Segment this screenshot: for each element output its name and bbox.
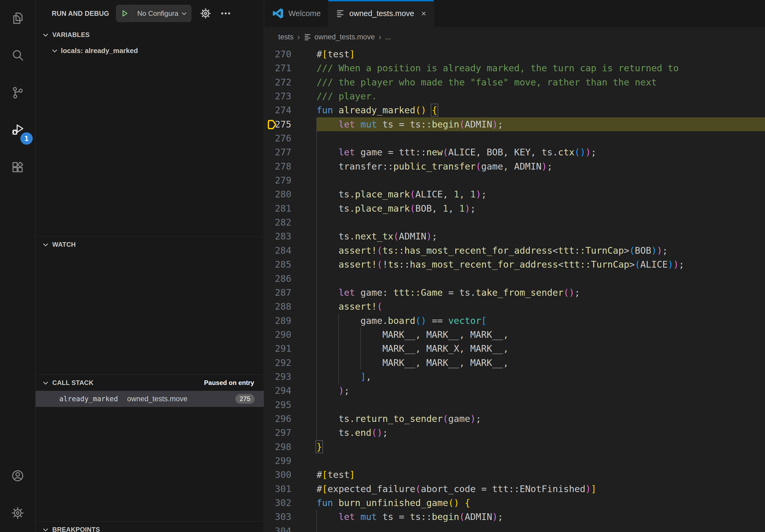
code-line-287[interactable]: 287 let game: ttt::Game = ts.take_from_s… (264, 286, 765, 300)
code-line-277[interactable]: 277 let game = ttt::new(ALICE, BOB, KEY,… (264, 145, 765, 159)
code-line-302[interactable]: 302fun burn_unfinished_game() { (264, 496, 765, 510)
line-number[interactable]: 272 (264, 75, 317, 89)
breadcrumb-item-tests[interactable]: tests (278, 33, 294, 41)
line-number[interactable]: 271 (264, 61, 317, 75)
code-line-304[interactable]: 304 (264, 524, 765, 532)
activity-settings-button[interactable] (0, 495, 35, 532)
line-number[interactable]: 298 (264, 440, 317, 454)
line-number[interactable]: 270 (264, 47, 317, 61)
line-number[interactable]: 302 (264, 496, 317, 510)
code-line-291[interactable]: 291 MARK__, MARK_X, MARK__, (264, 342, 765, 356)
line-number[interactable]: 275 (264, 117, 317, 131)
section-label: CALL STACK (52, 379, 94, 387)
activity-extensions-button[interactable] (0, 149, 35, 186)
code-line-298[interactable]: 298} (264, 440, 765, 454)
breakpoints-section-header[interactable]: BREAKPOINTS (36, 522, 264, 532)
line-number[interactable]: 294 (264, 384, 317, 398)
code-editor[interactable]: 270#[test]271/// When a position is alre… (264, 47, 765, 532)
line-number[interactable]: 295 (264, 398, 317, 412)
call-stack-frame[interactable]: already_marked owned_tests.move 275 (36, 391, 264, 407)
code-line-284[interactable]: 284 assert!(ts::has_most_recent_for_addr… (264, 243, 765, 257)
close-icon[interactable]: × (421, 9, 426, 18)
activity-search-button[interactable] (0, 37, 35, 75)
line-number[interactable]: 296 (264, 412, 317, 426)
line-number[interactable]: 299 (264, 454, 317, 468)
debug-sidebar: RUN AND DEBUG No Configura (36, 0, 264, 532)
activity-run-debug-button[interactable]: 1 (0, 112, 35, 149)
start-debug-icon[interactable] (116, 5, 133, 22)
code-line-271[interactable]: 271/// When a position is already marked… (264, 61, 765, 75)
code-line-286[interactable]: 286 (264, 272, 765, 286)
code-line-288[interactable]: 288 assert!( (264, 300, 765, 313)
code-line-293[interactable]: 293 ], (264, 370, 765, 384)
line-number[interactable]: 290 (264, 328, 317, 342)
line-number[interactable]: 301 (264, 482, 317, 496)
line-number[interactable]: 297 (264, 426, 317, 439)
code-line-297[interactable]: 297 ts.end(); (264, 426, 765, 439)
line-number[interactable]: 304 (264, 524, 317, 532)
line-number[interactable]: 288 (264, 300, 317, 313)
code-line-281[interactable]: 281 ts.place_mark(BOB, 1, 1); (264, 201, 765, 215)
code-line-280[interactable]: 280 ts.place_mark(ALICE, 1, 1); (264, 187, 765, 201)
line-number[interactable]: 284 (264, 243, 317, 257)
code-line-282[interactable]: 282 (264, 215, 765, 229)
breadcrumb-item-file[interactable]: owned_tests.move (304, 33, 375, 41)
sidebar-header: RUN AND DEBUG No Configura (36, 0, 264, 27)
code-line-278[interactable]: 278 transfer::public_transfer(game, ADMI… (264, 159, 765, 173)
line-number[interactable]: 274 (264, 103, 317, 117)
debug-settings-gear-icon[interactable] (200, 7, 212, 20)
line-number[interactable]: 286 (264, 272, 317, 286)
tab-welcome[interactable]: Welcome (264, 0, 328, 27)
code-line-299[interactable]: 299 (264, 454, 765, 468)
line-number[interactable]: 303 (264, 510, 317, 524)
code-line-270[interactable]: 270#[test] (264, 47, 765, 61)
line-number[interactable]: 278 (264, 159, 317, 173)
code-line-275[interactable]: 275 let mut ts = ts::begin(ADMIN); (264, 117, 765, 131)
variables-section-header[interactable]: VARIABLES (36, 27, 264, 43)
line-number[interactable]: 292 (264, 356, 317, 370)
chevron-down-icon (42, 31, 50, 39)
code-line-283[interactable]: 283 ts.next_tx(ADMIN); (264, 229, 765, 243)
activity-account-button[interactable] (0, 457, 35, 495)
code-line-296[interactable]: 296 ts.return_to_sender(game); (264, 412, 765, 426)
line-number[interactable]: 291 (264, 342, 317, 356)
line-number[interactable]: 282 (264, 215, 317, 229)
code-line-273[interactable]: 273/// player. (264, 89, 765, 103)
line-number[interactable]: 300 (264, 468, 317, 482)
activity-explorer-button[interactable] (0, 0, 35, 37)
line-number[interactable]: 285 (264, 257, 317, 271)
code-line-272[interactable]: 272/// the player who made the "false" m… (264, 75, 765, 89)
debug-configuration-dropdown[interactable]: No Configura (116, 5, 191, 22)
watch-section: WATCH (36, 236, 264, 375)
tab-owned-tests[interactable]: owned_tests.move × (328, 0, 434, 27)
code-line-295[interactable]: 295 (264, 398, 765, 412)
code-line-290[interactable]: 290 MARK__, MARK__, MARK__, (264, 328, 765, 342)
line-number[interactable]: 280 (264, 187, 317, 201)
code-line-285[interactable]: 285 assert!(!ts::has_most_recent_for_add… (264, 257, 765, 271)
code-line-301[interactable]: 301#[expected_failure(abort_code = ttt::… (264, 482, 765, 496)
activity-source-control-button[interactable] (0, 75, 35, 112)
code-line-276[interactable]: 276 (264, 131, 765, 145)
line-number[interactable]: 293 (264, 370, 317, 384)
variables-scope-locals[interactable]: locals: already_marked (36, 43, 264, 58)
line-number[interactable]: 276 (264, 131, 317, 145)
indent-guide (338, 356, 339, 370)
line-number[interactable]: 281 (264, 201, 317, 215)
code-line-294[interactable]: 294 ); (264, 384, 765, 398)
call-stack-section-header[interactable]: CALL STACK Paused on entry (36, 375, 264, 391)
line-number[interactable]: 277 (264, 145, 317, 159)
line-number[interactable]: 289 (264, 314, 317, 328)
code-line-279[interactable]: 279 (264, 173, 765, 187)
line-number[interactable]: 283 (264, 229, 317, 243)
code-line-289[interactable]: 289 game.board() == vector[ (264, 314, 765, 328)
breadcrumb-item-symbol[interactable]: ... (385, 33, 391, 41)
watch-section-header[interactable]: WATCH (36, 236, 264, 253)
line-number[interactable]: 273 (264, 89, 317, 103)
code-line-300[interactable]: 300#[test] (264, 468, 765, 482)
code-line-303[interactable]: 303 let mut ts = ts::begin(ADMIN); (264, 510, 765, 524)
line-number[interactable]: 287 (264, 286, 317, 300)
line-number[interactable]: 279 (264, 173, 317, 187)
code-line-274[interactable]: 274fun already_marked() { (264, 103, 765, 117)
code-line-292[interactable]: 292 MARK__, MARK__, MARK__, (264, 356, 765, 370)
more-actions-icon[interactable] (220, 8, 232, 19)
